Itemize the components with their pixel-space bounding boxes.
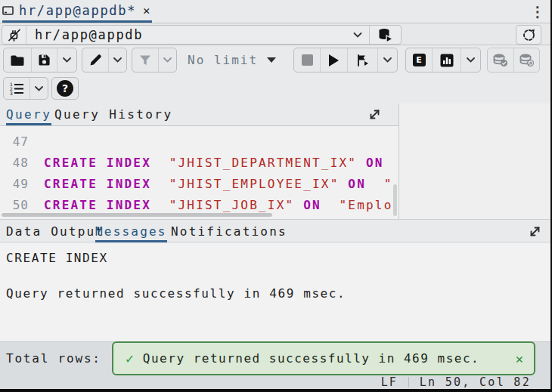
code-token: ON bbox=[303, 198, 321, 212]
connection-chevron-down-icon[interactable] bbox=[346, 32, 369, 39]
query-tool-window: hr/app@appdb* ✕ ⋮ hr/app@appdb bbox=[0, 0, 552, 392]
filter-button-group bbox=[132, 48, 177, 73]
tab-data-output[interactable]: Data Output bbox=[6, 220, 104, 242]
code-token bbox=[357, 156, 366, 170]
code-token: ON bbox=[366, 156, 384, 170]
code-token: "JHIST_EMPLOYEE_IX" bbox=[169, 177, 340, 191]
close-tab-icon[interactable]: ✕ bbox=[143, 4, 150, 17]
secondary-toolbar: 1 2 3 ? bbox=[0, 76, 550, 103]
code-token bbox=[321, 198, 340, 212]
bar-chart-icon bbox=[440, 54, 454, 67]
connection-value: hr/app@appdb bbox=[26, 27, 346, 42]
execute-chevron-down-icon[interactable] bbox=[377, 48, 397, 72]
code-token: "JHIST_JOB_IX" bbox=[169, 198, 295, 212]
editor-vertical-scrollbar[interactable] bbox=[393, 184, 397, 216]
open-file-button[interactable] bbox=[4, 48, 31, 72]
main-toolbar: No limit E bbox=[0, 45, 550, 76]
row-limit-dropdown[interactable]: No limit bbox=[181, 48, 282, 73]
execute-button-group bbox=[293, 48, 398, 73]
code-token bbox=[151, 198, 169, 212]
code-line[interactable]: 48CREATE INDEX "JHIST_DEPARTMENT_IX" ON bbox=[0, 153, 398, 174]
transaction-button-group bbox=[487, 48, 540, 73]
help-icon: ? bbox=[57, 80, 73, 97]
results-expand-icon[interactable] bbox=[528, 224, 542, 239]
flag-play-icon bbox=[356, 54, 370, 67]
tab-query[interactable]: Query bbox=[6, 103, 51, 125]
code-token: CREATE INDEX bbox=[44, 156, 151, 170]
svg-text:3: 3 bbox=[10, 91, 13, 95]
tab-query-history[interactable]: Query History bbox=[54, 103, 172, 125]
rollback-button[interactable] bbox=[513, 48, 539, 72]
code-token bbox=[294, 198, 303, 212]
pencil-icon bbox=[88, 53, 103, 67]
edit-button[interactable] bbox=[82, 48, 108, 72]
clipped-code-line: "employee_id", "start_date"); bbox=[0, 126, 398, 131]
connection-plug-icon bbox=[2, 26, 26, 44]
macro-button-group: 1 2 3 bbox=[3, 77, 48, 100]
edit-button-group bbox=[82, 48, 127, 73]
code-token: "Emplo bbox=[340, 198, 393, 212]
filter-chevron-down-icon[interactable] bbox=[158, 48, 176, 72]
explain-button[interactable]: E bbox=[406, 48, 432, 72]
query-tool-tab-icon bbox=[2, 5, 14, 16]
document-tab-bar: hr/app@appdb* ✕ ⋮ bbox=[0, 0, 550, 23]
db-commit-icon bbox=[492, 53, 509, 68]
funnel-icon bbox=[138, 54, 152, 66]
check-icon: ✓ bbox=[126, 350, 134, 366]
file-button-group bbox=[3, 48, 77, 73]
refresh-icon bbox=[522, 28, 536, 42]
sql-editor[interactable]: "employee_id", "start_date"); 4748CREATE… bbox=[0, 126, 398, 219]
code-lines: 4748CREATE INDEX "JHIST_DEPARTMENT_IX" O… bbox=[0, 131, 398, 216]
help-button[interactable]: ? bbox=[52, 78, 78, 99]
message-line: CREATE INDEX bbox=[6, 251, 544, 265]
code-line[interactable]: 49CREATE INDEX "JHIST_EMPLOYEE_IX" ON " bbox=[0, 174, 398, 195]
commit-button[interactable] bbox=[488, 48, 513, 72]
editor-expand-icon[interactable] bbox=[367, 107, 382, 122]
explain-icon: E bbox=[413, 54, 426, 66]
message-line: Query returned successfully in 469 msec. bbox=[6, 286, 544, 301]
new-connection-icon[interactable] bbox=[369, 26, 401, 44]
explain-button-group: E bbox=[405, 48, 481, 73]
macro-button[interactable]: 1 2 3 bbox=[4, 78, 29, 99]
execute-button[interactable] bbox=[320, 48, 347, 72]
tab-messages[interactable]: Messages bbox=[95, 220, 167, 242]
macro-chevron-down-icon[interactable] bbox=[29, 78, 48, 99]
save-button[interactable] bbox=[31, 48, 57, 72]
explain-chevron-down-icon[interactable] bbox=[461, 48, 480, 72]
code-token: CREATE INDEX bbox=[44, 198, 151, 212]
cursor-position: Ln 50, Col 82 bbox=[409, 375, 550, 389]
connection-selector[interactable]: hr/app@appdb bbox=[2, 25, 402, 45]
code-token bbox=[340, 177, 349, 191]
query-tool-tab[interactable]: hr/app@appdb* ✕ bbox=[2, 0, 152, 23]
code-token bbox=[151, 177, 169, 191]
filter-button[interactable] bbox=[132, 48, 158, 72]
code-token: " bbox=[384, 177, 393, 191]
folder-icon bbox=[10, 54, 25, 67]
save-icon bbox=[37, 53, 51, 67]
total-rows-label: Total rows: bbox=[6, 351, 101, 366]
save-chevron-down-icon[interactable] bbox=[57, 48, 76, 72]
code-token: "JHIST_DEPARTMENT_IX" bbox=[169, 156, 358, 170]
editor-horizontal-scrollbar[interactable] bbox=[2, 213, 272, 217]
code-token: ON bbox=[348, 177, 366, 191]
results-tab-bar: Data Output Messages Notifications bbox=[0, 219, 550, 242]
execute-options-button[interactable] bbox=[347, 48, 377, 72]
success-toast: ✓ Query returned successfully in 469 mse… bbox=[112, 341, 535, 375]
row-limit-value: No limit bbox=[188, 53, 258, 67]
tab-notifications[interactable]: Notifications bbox=[171, 220, 287, 242]
stop-icon bbox=[302, 54, 313, 66]
limit-dropdown-arrow-icon bbox=[267, 57, 276, 63]
line-number: 47 bbox=[0, 131, 33, 153]
connection-status-button[interactable] bbox=[516, 25, 541, 45]
messages-panel: CREATE INDEX Query returned successfully… bbox=[0, 243, 550, 341]
numbered-list-icon: 1 2 3 bbox=[9, 82, 24, 95]
stop-button[interactable] bbox=[294, 48, 320, 72]
db-rollback-icon bbox=[519, 53, 535, 68]
edit-chevron-down-icon[interactable] bbox=[108, 48, 126, 72]
toast-close-icon[interactable]: ✕ bbox=[516, 351, 523, 366]
code-token: CREATE INDEX bbox=[44, 177, 151, 191]
scratch-pad-panel[interactable] bbox=[398, 103, 552, 219]
kebab-menu-icon[interactable]: ⋮ bbox=[529, 2, 546, 21]
explain-analyze-button[interactable] bbox=[432, 48, 461, 72]
code-line[interactable]: 47 bbox=[0, 131, 398, 153]
